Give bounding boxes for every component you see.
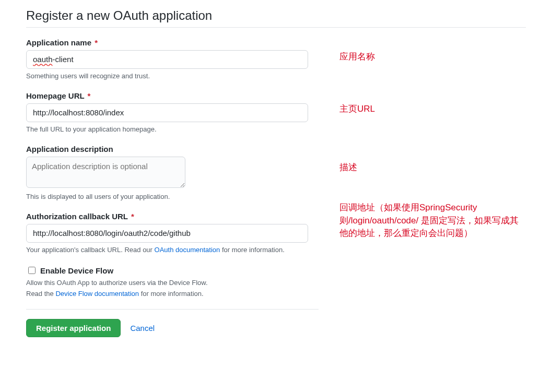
required-mark: * xyxy=(88,91,91,100)
homepage-url-hint: The full URL to your application homepag… xyxy=(26,125,319,133)
device-flow-documentation-link[interactable]: Device Flow documentation xyxy=(55,290,139,298)
required-mark: * xyxy=(95,38,98,47)
device-flow-hint1: Allow this OAuth App to authorize users … xyxy=(26,279,319,287)
field-application-description: Application description This is displaye… xyxy=(26,145,319,200)
callback-url-hint: Your application's callback URL. Read ou… xyxy=(26,246,319,254)
device-flow-checkbox[interactable] xyxy=(28,267,36,274)
form-footer: Register application Cancel xyxy=(26,310,319,337)
field-device-flow: Enable Device Flow Allow this OAuth App … xyxy=(26,265,319,298)
page-title: Register a new OAuth application xyxy=(26,8,526,23)
field-application-name: Application name * oauth-client Somethin… xyxy=(26,38,319,80)
annotation-app-name: 应用名称 xyxy=(339,51,526,64)
device-flow-hint2: Read the Device Flow documentation for m… xyxy=(26,290,319,298)
callback-url-input[interactable] xyxy=(26,224,308,243)
cancel-link[interactable]: Cancel xyxy=(130,324,155,332)
application-name-input[interactable]: oauth-client xyxy=(26,50,308,69)
oauth-form: Application name * oauth-client Somethin… xyxy=(26,28,319,337)
annotations-column: 应用名称 主页URL 描述 回调地址（如果使用SpringSecurity则/l… xyxy=(339,28,526,240)
register-application-button[interactable]: Register application xyxy=(26,319,121,337)
application-description-hint: This is displayed to all users of your a… xyxy=(26,193,319,200)
homepage-url-input[interactable] xyxy=(26,103,308,122)
application-name-label: Application name * xyxy=(26,38,319,47)
oauth-documentation-link[interactable]: OAuth documentation xyxy=(155,246,220,254)
homepage-url-label: Homepage URL * xyxy=(26,91,319,100)
annotation-description: 描述 xyxy=(339,161,526,174)
field-callback-url: Authorization callback URL * Your applic… xyxy=(26,212,319,254)
field-homepage-url: Homepage URL * The full URL to your appl… xyxy=(26,91,319,133)
device-flow-label: Enable Device Flow xyxy=(40,266,113,275)
application-description-input[interactable] xyxy=(26,157,185,188)
application-description-label: Application description xyxy=(26,145,319,153)
annotation-callback: 回调地址（如果使用SpringSecurity则/login/oauth/cod… xyxy=(339,201,526,240)
annotation-homepage: 主页URL xyxy=(339,103,526,116)
required-mark: * xyxy=(131,212,134,221)
application-name-hint: Something users will recognize and trust… xyxy=(26,72,319,80)
callback-url-label: Authorization callback URL * xyxy=(26,212,319,221)
